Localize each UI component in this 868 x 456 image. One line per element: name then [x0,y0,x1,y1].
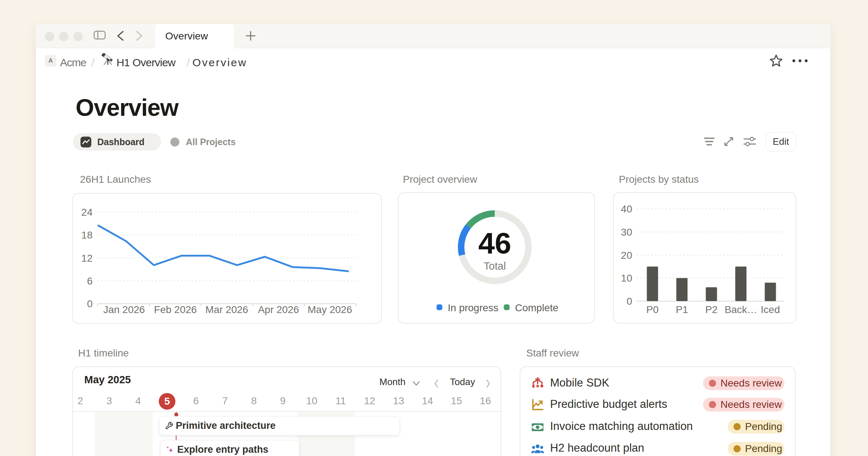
svg-text:Mar 2026: Mar 2026 [205,304,248,315]
svg-text:Feb 2026: Feb 2026 [154,304,197,315]
svg-text:P1: P1 [676,304,688,315]
svg-text:Iced: Iced [761,304,780,315]
svg-text:20: 20 [621,250,632,261]
svg-text:0: 0 [87,298,93,309]
svg-text:0: 0 [626,296,632,307]
svg-text:10: 10 [621,273,632,284]
svg-text:6: 6 [87,275,93,287]
svg-text:Back…: Back… [724,304,757,315]
svg-text:12: 12 [81,253,93,264]
svg-text:18: 18 [81,229,93,241]
svg-text:Apr 2026: Apr 2026 [258,304,299,315]
svg-text:P2: P2 [705,304,718,315]
svg-text:24: 24 [81,207,93,218]
svg-text:May 2026: May 2026 [308,304,352,315]
svg-text:40: 40 [621,203,632,215]
svg-text:30: 30 [621,227,632,238]
svg-text:P0: P0 [646,304,659,315]
svg-text:Jan 2026: Jan 2026 [103,304,145,315]
